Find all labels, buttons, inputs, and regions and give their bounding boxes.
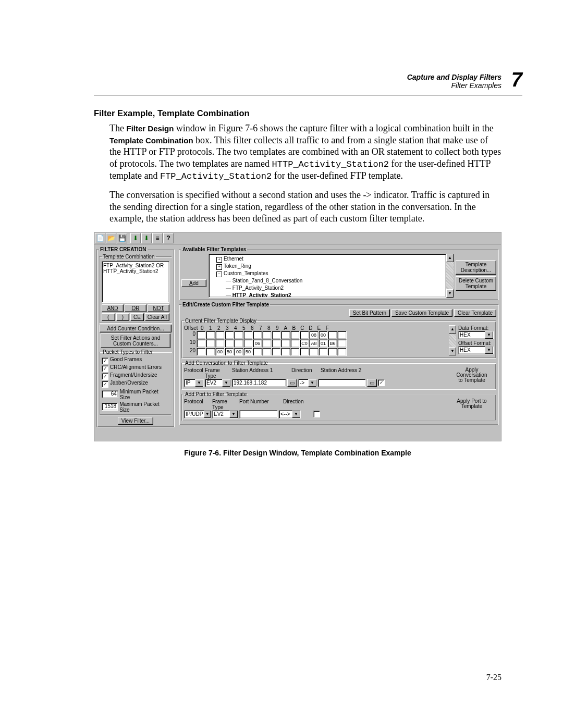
hex-cell[interactable] bbox=[197, 331, 206, 339]
tree-item[interactable]: — Station_7and_8_Conversation bbox=[210, 277, 445, 285]
toolbar-down1-icon[interactable]: ⬇ bbox=[130, 233, 141, 243]
toolbar-list-icon[interactable]: ≡ bbox=[152, 233, 163, 243]
min-packet-input[interactable]: 64 bbox=[102, 390, 118, 398]
hex-cell[interactable]: 01 bbox=[319, 339, 328, 348]
template-description-button[interactable]: Template Description... bbox=[456, 260, 496, 275]
set-bit-pattern-button[interactable]: Set Bit Pattern bbox=[349, 309, 390, 317]
hex-cell[interactable] bbox=[243, 339, 253, 348]
template-combination-box[interactable]: FTP_Activity_Station2 OR HTTP_Activity_S… bbox=[102, 261, 169, 303]
save-custom-template-button[interactable]: Save Custom Template bbox=[391, 309, 452, 317]
conv-frametype-select[interactable]: EV2▼ bbox=[205, 379, 231, 387]
tree-item[interactable]: — FTP_Activity_Station2 bbox=[210, 285, 445, 292]
hex-cell[interactable] bbox=[197, 348, 206, 356]
hex-cell[interactable] bbox=[337, 348, 347, 356]
hex-cell[interactable]: 06 bbox=[253, 339, 262, 348]
chevron-down-icon[interactable]: ▼ bbox=[485, 331, 493, 339]
port-frametype-select[interactable]: EV2▼ bbox=[212, 410, 238, 418]
hex-cell[interactable]: A8 bbox=[309, 339, 319, 348]
view-filter-button[interactable]: View Filter... bbox=[118, 417, 153, 425]
data-format-select[interactable]: HEX ▼ bbox=[458, 331, 494, 339]
hex-cell[interactable] bbox=[262, 331, 272, 339]
tree-item[interactable]: +Token_Ring bbox=[210, 263, 445, 270]
hex-cell[interactable] bbox=[290, 348, 300, 356]
chevron-down-icon[interactable]: ▼ bbox=[485, 347, 493, 354]
clear-all-button[interactable]: Clear All bbox=[145, 313, 169, 321]
hex-cell[interactable]: 00 bbox=[234, 348, 243, 356]
clear-template-button[interactable]: Clear Template bbox=[454, 309, 496, 317]
crc-checkbox[interactable]: ✓ bbox=[102, 365, 108, 372]
hex-cell[interactable] bbox=[281, 348, 290, 356]
hex-cell[interactable] bbox=[197, 339, 206, 348]
lparen-button[interactable]: ( bbox=[102, 313, 115, 321]
port-number-input[interactable] bbox=[239, 410, 278, 418]
toolbar-help-icon[interactable]: ? bbox=[163, 233, 174, 243]
hex-cell[interactable] bbox=[300, 348, 309, 356]
or-button[interactable]: OR bbox=[125, 304, 146, 312]
hex-cell[interactable] bbox=[328, 331, 337, 339]
hex-cell[interactable] bbox=[215, 331, 225, 339]
hex-cell[interactable] bbox=[272, 348, 281, 356]
tree-item[interactable]: +Ethernet bbox=[210, 255, 445, 263]
hex-cell[interactable] bbox=[281, 339, 290, 348]
hex-cell[interactable] bbox=[272, 331, 281, 339]
add-template-button[interactable]: Add bbox=[181, 279, 206, 287]
hex-cell[interactable] bbox=[234, 339, 243, 348]
hex-cell[interactable]: C0 bbox=[300, 339, 309, 348]
hex-cell[interactable] bbox=[206, 348, 215, 356]
scroll-up-icon[interactable]: ▲ bbox=[446, 254, 454, 262]
conv-direction-select[interactable]: ->▼ bbox=[298, 379, 317, 387]
hex-cell[interactable] bbox=[225, 331, 234, 339]
templates-scrollbar[interactable]: ▲ ▼ bbox=[446, 254, 454, 298]
hex-cell[interactable] bbox=[215, 339, 225, 348]
hex-cell[interactable]: 00 bbox=[319, 331, 328, 339]
toolbar-new-icon[interactable]: 📄 bbox=[95, 233, 105, 243]
rparen-button[interactable]: ) bbox=[116, 313, 130, 321]
jabber-checkbox[interactable]: ✓ bbox=[102, 381, 108, 388]
conv-sa2-browse-button[interactable]: ▭ bbox=[367, 379, 377, 387]
conv-sa1-browse-button[interactable]: ▭ bbox=[287, 379, 297, 387]
hex-scrollbar[interactable]: ▲ ▼ bbox=[449, 325, 456, 355]
hex-cell[interactable]: B6 bbox=[328, 339, 337, 348]
tree-item[interactable]: −Custom_Templates bbox=[210, 270, 445, 277]
hex-cell[interactable] bbox=[337, 339, 347, 348]
hex-scroll-down-icon[interactable]: ▼ bbox=[449, 347, 456, 355]
hex-cell[interactable]: 50 bbox=[225, 348, 234, 356]
hex-cell[interactable] bbox=[290, 339, 300, 348]
hex-scroll-up-icon[interactable]: ▲ bbox=[449, 325, 456, 334]
hex-cell[interactable] bbox=[272, 339, 281, 348]
conv-to-template-checkbox[interactable]: ✓ bbox=[378, 379, 385, 386]
port-protocol-select[interactable]: IP/UDP▼ bbox=[184, 410, 211, 418]
hex-cell[interactable] bbox=[206, 339, 215, 348]
conv-sa1-input[interactable]: 192.168.1.182 bbox=[232, 379, 286, 387]
hex-cell[interactable] bbox=[328, 348, 337, 356]
hex-cell[interactable] bbox=[281, 331, 290, 339]
conv-sa2-input[interactable] bbox=[318, 379, 366, 387]
hex-cell[interactable] bbox=[262, 339, 272, 348]
hex-cell[interactable] bbox=[319, 348, 328, 356]
port-direction-select[interactable]: <-->▼ bbox=[279, 410, 301, 418]
hex-cell[interactable]: 08 bbox=[309, 331, 319, 339]
hex-cell[interactable] bbox=[290, 331, 300, 339]
and-button[interactable]: AND bbox=[102, 304, 124, 312]
scroll-down-icon[interactable]: ▼ bbox=[446, 289, 454, 298]
hex-cell[interactable] bbox=[300, 331, 309, 339]
hex-cell[interactable] bbox=[234, 331, 243, 339]
hex-cell[interactable] bbox=[253, 331, 262, 339]
hex-cell[interactable] bbox=[262, 348, 272, 356]
not-button[interactable]: NOT bbox=[148, 304, 169, 312]
toolbar-down2-icon[interactable]: ⬇ bbox=[141, 233, 152, 243]
conv-protocol-select[interactable]: IP▼ bbox=[184, 379, 204, 387]
hex-cell[interactable]: 00 bbox=[215, 348, 225, 356]
good-frames-checkbox[interactable]: ✓ bbox=[102, 357, 108, 364]
set-filter-actions-button[interactable]: Set Filter Actions and Custom Counters..… bbox=[101, 334, 170, 348]
tree-item[interactable]: — HTTP_Activity_Station2 bbox=[210, 292, 445, 298]
max-packet-input[interactable]: 1518 bbox=[102, 403, 118, 411]
hex-cell[interactable] bbox=[253, 348, 262, 356]
delete-custom-template-button[interactable]: Delete Custom Template bbox=[456, 276, 496, 291]
port-to-template-checkbox[interactable] bbox=[313, 411, 320, 417]
templates-tree[interactable]: +Ethernet+Token_Ring−Custom_Templates— S… bbox=[209, 254, 446, 298]
hex-cell[interactable] bbox=[337, 331, 347, 339]
hex-cell[interactable] bbox=[309, 348, 319, 356]
fragment-checkbox[interactable]: ✓ bbox=[102, 373, 108, 380]
hex-cell[interactable]: 50 bbox=[243, 348, 253, 356]
